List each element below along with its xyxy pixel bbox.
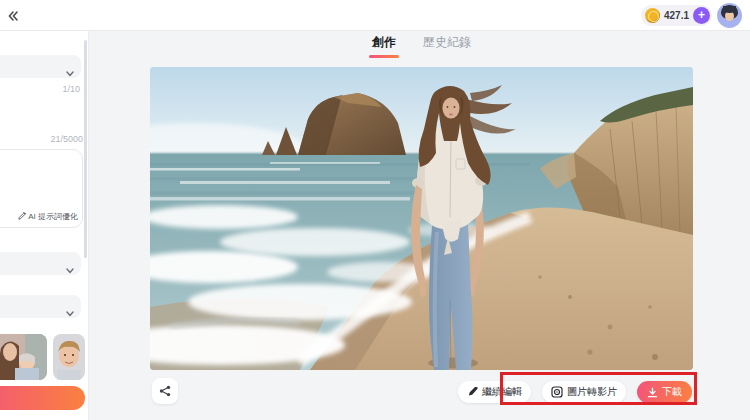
prompt-textarea[interactable]: AI 提示詞優化 <box>0 149 83 228</box>
face-thumbnail-1[interactable] <box>0 334 47 380</box>
generated-image[interactable] <box>150 67 693 370</box>
share-button[interactable] <box>152 378 178 404</box>
ai-optimize-button[interactable]: AI 提示詞優化 <box>17 211 78 222</box>
add-credits-button[interactable]: + <box>693 7 710 24</box>
main-tabs: 創作 歷史紀錄 <box>90 34 750 60</box>
beach-woman-photo <box>150 67 693 370</box>
active-tab-underline <box>369 55 399 58</box>
share-icon <box>159 385 171 397</box>
chevron-down-icon <box>66 303 74 321</box>
pencil-icon <box>467 387 478 398</box>
generate-button[interactable] <box>0 386 85 410</box>
image-to-video-button[interactable]: 圖片轉影片 <box>542 381 626 403</box>
coin-icon <box>645 8 660 23</box>
image-to-video-icon <box>551 386 563 398</box>
collapse-sidebar-icon[interactable] <box>6 9 20 23</box>
style-select[interactable] <box>0 252 81 275</box>
prompt-char-counter: 21/5000 <box>50 134 83 144</box>
chevron-down-icon <box>66 63 74 81</box>
tab-history[interactable]: 歷史紀錄 <box>423 34 471 60</box>
sparkle-pen-icon <box>17 212 26 221</box>
credits-pill[interactable]: 427.1 + <box>641 5 712 26</box>
result-actions: 繼續編輯 圖片轉影片 下載 <box>458 381 692 403</box>
settings-sidebar: 1/10 21/5000 AI 提示詞優化 <box>0 31 89 420</box>
tab-create[interactable]: 創作 <box>369 34 399 60</box>
sidebar-scrollbar[interactable] <box>84 40 87 258</box>
continue-edit-button[interactable]: 繼續編輯 <box>458 381 531 403</box>
top-bar: 427.1 + <box>0 0 750 31</box>
credits-amount: 427.1 <box>664 10 689 21</box>
face-thumbnail-2[interactable] <box>53 334 85 380</box>
ratio-select[interactable] <box>0 295 81 318</box>
chevron-down-icon <box>66 260 74 278</box>
avatar-fringe <box>723 6 736 13</box>
download-button[interactable]: 下載 <box>637 381 692 403</box>
user-avatar[interactable] <box>717 3 742 28</box>
image-count-counter: 1/10 <box>62 84 80 94</box>
model-select[interactable] <box>0 55 81 78</box>
download-icon <box>647 387 658 398</box>
